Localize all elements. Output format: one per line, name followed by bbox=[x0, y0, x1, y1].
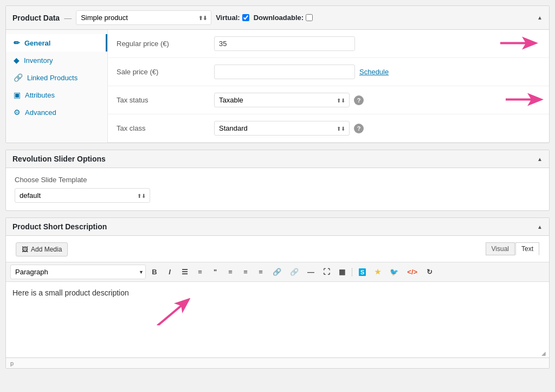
unlink-button[interactable]: 🔗 bbox=[287, 266, 302, 278]
sidebar-item-label-general: General bbox=[24, 39, 50, 47]
product-type-wrapper[interactable]: Simple product Variable product Grouped … bbox=[76, 10, 211, 25]
virtual-checkbox[interactable] bbox=[242, 14, 249, 21]
title-separator: — bbox=[64, 14, 72, 22]
tab-visual[interactable]: Visual bbox=[486, 242, 515, 255]
product-data-header: Product Data — Simple product Variable p… bbox=[6, 6, 549, 30]
twitter-button[interactable]: 🐦 bbox=[386, 266, 402, 278]
star-button[interactable]: ★ bbox=[371, 266, 384, 278]
arrow-annotation-1 bbox=[500, 35, 538, 52]
product-data-body: ✏ General ◆ Inventory 🔗 Linked Products … bbox=[6, 30, 549, 143]
schedule-link[interactable]: Schedule bbox=[359, 68, 389, 76]
sidebar-item-label-advanced: Advanced bbox=[25, 108, 56, 117]
align-right-button[interactable]: ≡ bbox=[254, 266, 267, 278]
virtual-text: Virtual: bbox=[216, 14, 240, 22]
paragraph-select-wrapper[interactable]: Paragraph Heading 1 Heading 2 Heading 3 … bbox=[10, 265, 146, 279]
svg-marker-2 bbox=[153, 298, 195, 325]
product-type-select[interactable]: Simple product Variable product Grouped … bbox=[76, 10, 211, 25]
arrow-annotation-2 bbox=[506, 92, 544, 108]
tax-status-select[interactable]: Taxable Shipping only None bbox=[214, 93, 350, 107]
twitter-icon: 🐦 bbox=[390, 268, 398, 276]
editor-content-area[interactable]: Here is a small product description bbox=[6, 282, 549, 358]
code-button[interactable]: </> bbox=[404, 266, 421, 278]
tax-status-help[interactable]: ? bbox=[354, 95, 364, 105]
short-description-collapse[interactable]: ▲ bbox=[537, 224, 543, 230]
paragraph-select[interactable]: Paragraph Heading 1 Heading 2 Heading 3 bbox=[10, 265, 146, 279]
tax-class-select[interactable]: Standard Reduced rate Zero rate bbox=[214, 121, 350, 136]
align-center-button[interactable]: ≡ bbox=[239, 266, 252, 278]
sidebar-item-general[interactable]: ✏ General bbox=[6, 34, 107, 52]
short-description-title: Product Short Description bbox=[12, 222, 107, 231]
tab-text[interactable]: Text bbox=[515, 242, 539, 255]
blockquote-button[interactable]: " bbox=[209, 266, 222, 278]
revolution-slider-body: Choose Slide Template default ⬆⬇ bbox=[6, 168, 549, 210]
virtual-label[interactable]: Virtual: bbox=[216, 14, 249, 22]
revolution-slider-panel: Revolution Slider Options ▲ Choose Slide… bbox=[5, 150, 550, 211]
regular-price-input[interactable] bbox=[214, 36, 355, 51]
slide-template-wrapper[interactable]: default ⬆⬇ bbox=[15, 188, 150, 203]
bold-button[interactable]: B bbox=[148, 266, 161, 278]
star-icon: ★ bbox=[375, 268, 381, 276]
code-icon: </> bbox=[407, 268, 417, 276]
pink-arrow-3 bbox=[152, 298, 196, 325]
sale-price-input[interactable] bbox=[214, 65, 355, 79]
general-icon: ✏ bbox=[14, 38, 20, 47]
sidebar-item-label-attributes: Attributes bbox=[25, 91, 55, 99]
pink-arrow-1 bbox=[500, 35, 538, 50]
refresh-button[interactable]: ↻ bbox=[423, 266, 436, 278]
product-data-title: Product Data bbox=[12, 14, 60, 22]
pink-arrow-2 bbox=[506, 92, 544, 107]
tax-class-wrapper[interactable]: Standard Reduced rate Zero rate ⬆⬇ bbox=[214, 121, 350, 136]
tax-status-row: Tax status Taxable Shipping only None ⬆⬇… bbox=[108, 86, 549, 114]
choose-slide-label: Choose Slide Template bbox=[15, 176, 540, 184]
editor-top-bar: 🖼 Add Media Visual Text bbox=[6, 236, 549, 262]
editor-resize-handle[interactable]: ◢ bbox=[541, 350, 549, 358]
tax-status-wrapper[interactable]: Taxable Shipping only None ⬆⬇ bbox=[214, 93, 350, 107]
product-data-sidebar: ✏ General ◆ Inventory 🔗 Linked Products … bbox=[6, 30, 108, 143]
product-data-collapse[interactable]: ▲ bbox=[537, 15, 543, 21]
editor-container: Here is a small product description ◢ bbox=[6, 282, 549, 358]
sale-price-input-area: Schedule bbox=[214, 65, 540, 79]
product-data-title-area: Product Data — Simple product Variable p… bbox=[12, 10, 313, 25]
ol-button[interactable]: ≡ bbox=[193, 266, 206, 278]
sale-price-label: Sale price (€) bbox=[117, 68, 214, 76]
regular-price-row: Regular price (€) bbox=[108, 30, 549, 58]
sale-price-row: Sale price (€) Schedule bbox=[108, 58, 549, 86]
arrow-annotation-3 bbox=[152, 298, 196, 327]
revolution-slider-header: Revolution Slider Options ▲ bbox=[6, 150, 549, 168]
editor-content: Here is a small product description bbox=[12, 288, 129, 297]
sidebar-item-linked-products[interactable]: 🔗 Linked Products bbox=[6, 69, 107, 86]
attributes-icon: ▣ bbox=[14, 91, 21, 99]
sidebar-item-inventory[interactable]: ◆ Inventory bbox=[6, 52, 107, 69]
fullscreen-button[interactable]: ⛶ bbox=[320, 266, 333, 278]
sidebar-item-attributes[interactable]: ▣ Attributes bbox=[6, 86, 107, 104]
downloadable-text: Downloadable: bbox=[254, 14, 304, 22]
s-icon: S bbox=[359, 268, 366, 276]
add-media-button[interactable]: 🖼 Add Media bbox=[16, 242, 68, 256]
hr-button[interactable]: — bbox=[304, 266, 318, 278]
ul-button[interactable]: ☰ bbox=[178, 266, 191, 278]
add-media-icon: 🖼 bbox=[22, 246, 28, 253]
tax-class-help[interactable]: ? bbox=[354, 124, 364, 133]
table-button[interactable]: ▦ bbox=[335, 266, 349, 278]
editor-toolbar: Paragraph Heading 1 Heading 2 Heading 3 … bbox=[6, 262, 549, 282]
sidebar-item-label-linked-products: Linked Products bbox=[27, 74, 78, 82]
italic-button[interactable]: I bbox=[163, 266, 176, 278]
visual-text-tabs: Visual Text bbox=[486, 242, 539, 255]
slide-template-select[interactable]: default bbox=[15, 188, 150, 203]
align-left-button[interactable]: ≡ bbox=[224, 266, 237, 278]
tax-status-label: Tax status bbox=[117, 96, 214, 104]
advanced-icon: ⚙ bbox=[14, 108, 21, 117]
strikethru-button[interactable]: S bbox=[356, 266, 369, 278]
sidebar-item-advanced[interactable]: ⚙ Advanced bbox=[6, 104, 107, 121]
tax-class-row: Tax class Standard Reduced rate Zero rat… bbox=[108, 114, 549, 143]
add-media-label: Add Media bbox=[31, 246, 62, 253]
svg-marker-0 bbox=[500, 36, 538, 49]
link-button[interactable]: 🔗 bbox=[269, 266, 285, 278]
downloadable-label[interactable]: Downloadable: bbox=[254, 14, 313, 22]
tax-class-label: Tax class bbox=[117, 124, 214, 132]
toolbar-divider-1 bbox=[352, 268, 352, 277]
revolution-slider-collapse[interactable]: ▲ bbox=[537, 156, 543, 162]
downloadable-checkbox[interactable] bbox=[306, 14, 313, 21]
tax-status-input-area: Taxable Shipping only None ⬆⬇ ? bbox=[214, 93, 540, 107]
editor-tag: p bbox=[10, 360, 14, 367]
